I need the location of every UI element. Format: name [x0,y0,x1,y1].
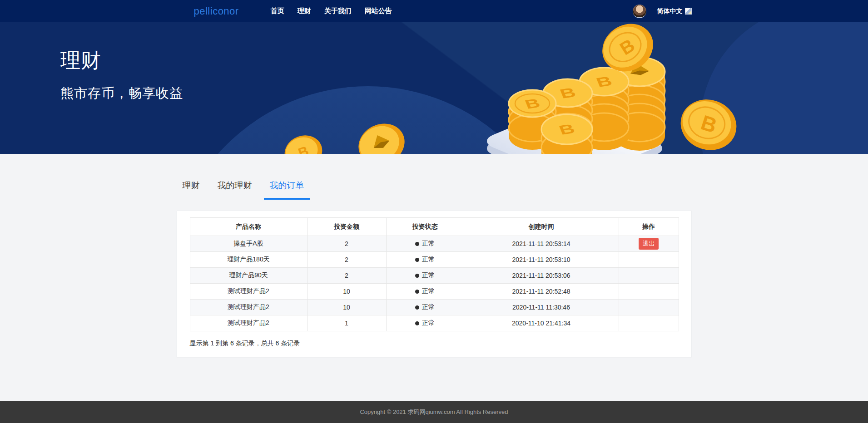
status-dot-icon [415,290,419,294]
page-footer: Copyright © 2021 求码网qiumw.com All Rights… [0,401,868,423]
status-badge: 正常 [415,303,435,311]
cell-status: 正常 [386,268,464,284]
nav-links: 首页理财关于我们网站公告 [271,7,392,15]
cell-product: 操盘手A股 [190,236,307,252]
nav-item-announcements[interactable]: 网站公告 [365,7,392,15]
cell-product: 测试理财产品2 [190,315,307,331]
cell-amount: 10 [307,300,386,315]
status-badge: 正常 [415,319,435,327]
tab-my-licai[interactable]: 我的理财 [212,180,258,200]
hero-banner: B B B B [0,22,868,154]
cell-created: 2021-11-11 20:53:14 [464,236,619,252]
column-header: 创建时间 [464,218,619,236]
cell-amount: 10 [307,284,386,300]
tab-licai[interactable]: 理财 [177,180,206,200]
cell-product: 测试理财产品2 [190,300,307,315]
nav-item-about[interactable]: 关于我们 [324,7,352,15]
status-dot-icon [415,258,419,262]
cell-action [619,315,679,331]
status-text: 正常 [422,319,435,327]
table-row: 测试理财产品21正常2020-11-10 21:41:34 [190,315,679,331]
page-title: 理财 [60,47,183,74]
exit-button[interactable]: 退出 [639,238,659,250]
crypto-coins-illustration: B B B B [282,22,763,154]
orders-table-body: 操盘手A股2正常2021-11-11 20:53:14退出理财产品180天2正常… [190,236,679,331]
cell-status: 正常 [386,284,464,300]
table-row: 测试理财产品210正常2021-11-11 20:52:48 [190,284,679,300]
cell-action [619,252,679,268]
cell-action [619,268,679,284]
cell-action [619,300,679,315]
cell-product: 理财产品90天 [190,268,307,284]
cell-status: 正常 [386,315,464,331]
status-text: 正常 [422,287,435,295]
cell-action: 退出 [619,236,679,252]
status-dot-icon [415,321,419,325]
cell-created: 2020-11-10 21:41:34 [464,315,619,331]
user-avatar[interactable] [633,5,646,18]
table-header-row: 产品名称投资金额投资状态创建时间操作 [190,218,679,236]
orders-card: 产品名称投资金额投资状态创建时间操作 操盘手A股2正常2021-11-11 20… [177,211,692,357]
tab-my-orders[interactable]: 我的订单 [264,180,310,200]
cell-amount: 2 [307,268,386,284]
nav-right: 简体中文 [633,5,692,18]
cell-created: 2021-11-11 20:52:48 [464,284,619,300]
cell-amount: 2 [307,236,386,252]
table-row: 测试理财产品210正常2020-11-11 11:30:46 [190,300,679,315]
column-header: 投资状态 [386,218,464,236]
status-badge: 正常 [415,256,435,264]
hero-content: 理财 熊市存币，畅享收益 [60,47,183,103]
navbar: pelliconor 首页理财关于我们网站公告 简体中文 [0,0,868,22]
cell-status: 正常 [386,236,464,252]
table-row: 操盘手A股2正常2021-11-11 20:53:14退出 [190,236,679,252]
page-subtitle: 熊市存币，畅享收益 [60,84,183,103]
column-header: 投资金额 [307,218,386,236]
table-row: 理财产品180天2正常2021-11-11 20:53:10 [190,252,679,268]
status-text: 正常 [422,271,435,280]
content-area: 理财我的理财我的订单 产品名称投资金额投资状态创建时间操作 操盘手A股2正常20… [0,154,868,401]
nav-item-home[interactable]: 首页 [271,7,284,15]
column-header: 操作 [619,218,679,236]
cell-status: 正常 [386,252,464,268]
nav-item-licai[interactable]: 理财 [298,7,311,15]
cell-amount: 1 [307,315,386,331]
cell-action [619,284,679,300]
brand-logo[interactable]: pelliconor [194,5,239,17]
language-selector[interactable]: 简体中文 [657,7,683,15]
status-dot-icon [415,242,419,246]
cell-product: 测试理财产品2 [190,284,307,300]
status-badge: 正常 [415,240,435,248]
status-badge: 正常 [415,271,435,280]
tab-bar: 理财我的理财我的订单 [177,180,692,200]
cell-product: 理财产品180天 [190,252,307,268]
cell-status: 正常 [386,300,464,315]
status-text: 正常 [422,256,435,264]
status-dot-icon [415,305,419,310]
cell-created: 2021-11-11 20:53:10 [464,252,619,268]
status-text: 正常 [422,303,435,311]
status-text: 正常 [422,240,435,248]
status-dot-icon [415,274,419,278]
cell-created: 2020-11-11 11:30:46 [464,300,619,315]
records-summary: 显示第 1 到第 6 条记录，总共 6 条记录 [190,339,679,348]
status-badge: 正常 [415,287,435,295]
language-flag-icon [685,8,692,15]
cell-created: 2021-11-11 20:53:06 [464,268,619,284]
column-header: 产品名称 [190,218,307,236]
table-row: 理财产品90天2正常2021-11-11 20:53:06 [190,268,679,284]
cell-amount: 2 [307,252,386,268]
copyright-text: Copyright © 2021 求码网qiumw.com All Rights… [360,408,508,416]
orders-table: 产品名称投资金额投资状态创建时间操作 操盘手A股2正常2021-11-11 20… [190,217,679,331]
